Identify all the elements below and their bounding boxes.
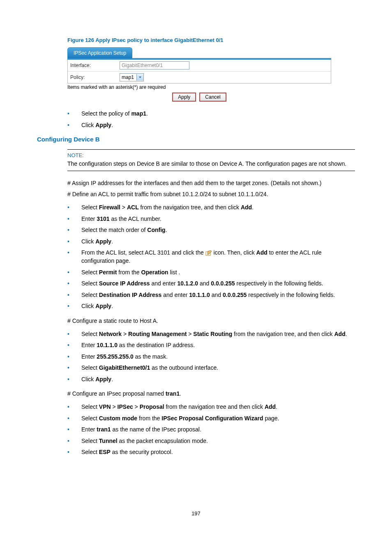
instruction-list-c: Select Network > Routing Management > St… [67,330,355,384]
instruction-list-b: Select Firewall > ACL from the navigatio… [67,204,355,311]
list-item: Select Destination IP Address and enter … [67,291,355,299]
ipsec-figure: IPSec Application Setup Interface: Gigab… [67,47,355,102]
body-text: # Assign IP addresses for the interfaces… [67,179,355,188]
list-item: Select the policy of map1. [67,110,355,118]
note-text: The configuration steps on Device B are … [67,160,355,168]
interface-label: Interface: [70,63,120,68]
list-item: Enter 255.255.255.0 as the mask. [67,353,355,361]
body-text: # Configure an IPsec proposal named tran… [67,390,355,398]
body-text: # Configure a static route to Host A. [67,317,355,325]
list-item: Select Firewall > ACL from the navigatio… [67,204,355,212]
list-item: Select the match order of Config. [67,226,355,234]
list-item: Select Permit from the Operation list . [67,269,355,277]
instruction-list-a: Select the policy of map1. Click Apply. [67,110,355,129]
list-item: Select VPN > IPSec > Proposal from the n… [67,403,355,411]
list-item: Click Apply. [67,121,355,130]
form-area: Interface: GigabitEthernet0/1 Policy: ma… [67,60,331,83]
ipsec-tab[interactable]: IPSec Application Setup [67,47,132,58]
list-item: Select GigabitEthernet0/1 as the outboun… [67,364,355,372]
list-item: Select ESP as the security protocol. [67,448,355,457]
list-item: Click Apply. [67,375,355,384]
body-text: # Define an ACL to permit traffic from s… [67,190,355,199]
list-item: Enter 3101 as the ACL number. [67,215,355,223]
cancel-button[interactable]: Cancel [199,93,226,102]
note-title: NOTE: [67,152,355,158]
instruction-list-d: Select VPN > IPSec > Proposal from the n… [67,403,355,457]
asterisk-note: Items marked with an asterisk(*) are req… [67,84,355,90]
policy-select-value: map1 [120,74,136,80]
list-item: Select Source IP Address and enter 10.1.… [67,280,355,288]
edit-icon [205,250,212,256]
list-item: Click Apply. [67,302,355,311]
figure-caption: Figure 126 Apply IPsec policy to interfa… [67,37,355,43]
page-number: 197 [0,510,392,517]
note-block: NOTE: The configuration steps on Device … [67,149,355,171]
apply-button[interactable]: Apply [172,93,196,102]
list-item: From the ACL list, select ACL 3101 and c… [67,249,355,265]
list-item: Select Custom mode from the IPSec Propos… [67,415,355,423]
chevron-down-icon [136,74,143,81]
policy-label: Policy: [70,74,120,80]
policy-select[interactable]: map1 [120,73,144,81]
interface-input[interactable]: GigabitEthernet0/1 [120,61,189,70]
list-item: Select Tunnel as the packet encapsulatio… [67,437,355,445]
list-item: Enter 10.1.1.0 as the destination IP add… [67,341,355,350]
list-item: Select Network > Routing Management > St… [67,330,355,338]
section-heading: Configuring Device B [37,136,355,143]
list-item: Enter tran1 as the name of the IPsec pro… [67,426,355,434]
list-item: Click Apply. [67,238,355,246]
